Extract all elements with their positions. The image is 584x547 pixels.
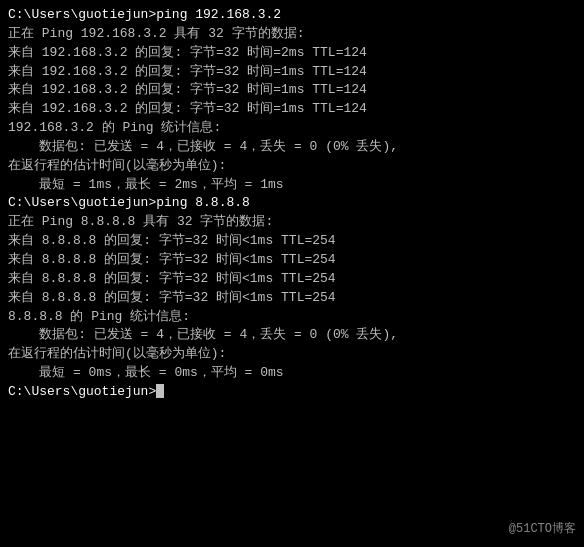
terminal-line: C:\Users\guotiejun>ping 8.8.8.8 xyxy=(8,194,576,213)
terminal-line: 在返行程的估计时间(以毫秒为单位): xyxy=(8,157,576,176)
terminal-line: 最短 = 1ms，最长 = 2ms，平均 = 1ms xyxy=(8,176,576,195)
terminal-line: 来自 192.168.3.2 的回复: 字节=32 时间=1ms TTL=124 xyxy=(8,81,576,100)
terminal-line: 8.8.8.8 的 Ping 统计信息: xyxy=(8,308,576,327)
watermark: @51CTO博客 xyxy=(509,520,576,537)
terminal-line: 来自 8.8.8.8 的回复: 字节=32 时间<1ms TTL=254 xyxy=(8,270,576,289)
terminal-output: C:\Users\guotiejun>ping 192.168.3.2正在 Pi… xyxy=(8,6,576,402)
terminal-line: 来自 192.168.3.2 的回复: 字节=32 时间=1ms TTL=124 xyxy=(8,100,576,119)
terminal-line: 来自 8.8.8.8 的回复: 字节=32 时间<1ms TTL=254 xyxy=(8,232,576,251)
terminal-window: C:\Users\guotiejun>ping 192.168.3.2正在 Pi… xyxy=(0,0,584,547)
terminal-line: 在返行程的估计时间(以毫秒为单位): xyxy=(8,345,576,364)
terminal-line: 正在 Ping 192.168.3.2 具有 32 字节的数据: xyxy=(8,25,576,44)
cursor xyxy=(156,384,164,398)
terminal-line: 正在 Ping 8.8.8.8 具有 32 字节的数据: xyxy=(8,213,576,232)
terminal-line: C:\Users\guotiejun>ping 192.168.3.2 xyxy=(8,6,576,25)
terminal-line: 数据包: 已发送 = 4，已接收 = 4，丢失 = 0 (0% 丢失), xyxy=(8,138,576,157)
terminal-line: 来自 8.8.8.8 的回复: 字节=32 时间<1ms TTL=254 xyxy=(8,289,576,308)
terminal-line: 数据包: 已发送 = 4，已接收 = 4，丢失 = 0 (0% 丢失), xyxy=(8,326,576,345)
terminal-line: 来自 192.168.3.2 的回复: 字节=32 时间=2ms TTL=124 xyxy=(8,44,576,63)
terminal-line: 192.168.3.2 的 Ping 统计信息: xyxy=(8,119,576,138)
terminal-line: 最短 = 0ms，最长 = 0ms，平均 = 0ms xyxy=(8,364,576,383)
terminal-line: 来自 192.168.3.2 的回复: 字节=32 时间=1ms TTL=124 xyxy=(8,63,576,82)
terminal-line: 来自 8.8.8.8 的回复: 字节=32 时间<1ms TTL=254 xyxy=(8,251,576,270)
terminal-line: C:\Users\guotiejun> xyxy=(8,383,576,402)
